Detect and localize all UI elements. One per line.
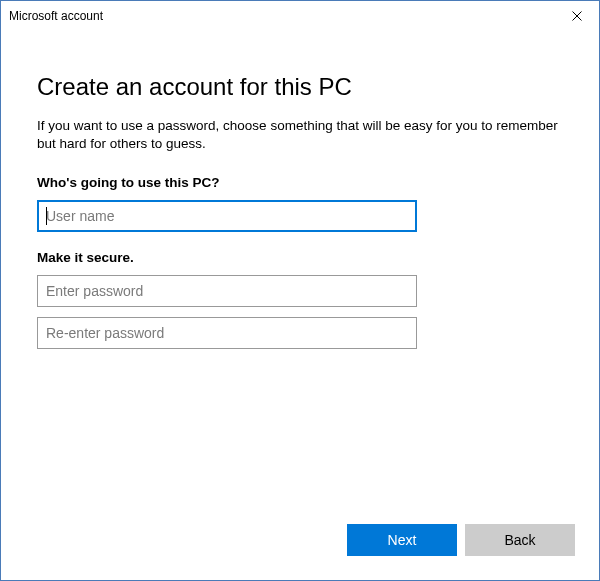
close-icon <box>572 10 582 23</box>
next-button[interactable]: Next <box>347 524 457 556</box>
page-description: If you want to use a password, choose so… <box>37 117 563 153</box>
secure-section-label: Make it secure. <box>37 250 563 265</box>
user-section-label: Who's going to use this PC? <box>37 175 563 190</box>
password-input[interactable] <box>37 275 417 307</box>
window-title: Microsoft account <box>9 9 103 23</box>
back-button[interactable]: Back <box>465 524 575 556</box>
close-button[interactable] <box>554 1 599 31</box>
confirm-password-input[interactable] <box>37 317 417 349</box>
footer-buttons: Next Back <box>1 524 599 580</box>
content-area: Create an account for this PC If you wan… <box>1 31 599 524</box>
username-input[interactable] <box>37 200 417 232</box>
window-frame: Microsoft account Create an account for … <box>0 0 600 581</box>
titlebar: Microsoft account <box>1 1 599 31</box>
page-title: Create an account for this PC <box>37 73 563 101</box>
